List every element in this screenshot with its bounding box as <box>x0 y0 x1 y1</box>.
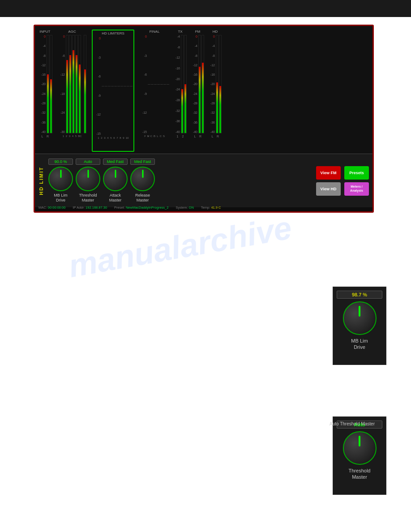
mac-value: 00:00:00:00 <box>48 206 66 210</box>
hd-scale: 0 -4 -8 -12 -16 -20 -24 -28 -32 -36 -40 <box>209 35 215 133</box>
view-hd-group: View HD <box>316 182 341 196</box>
agc-1 <box>66 35 68 133</box>
ip-value: 192.168.87.30 <box>86 206 107 210</box>
hd-L <box>216 35 218 133</box>
final-s <box>167 35 169 133</box>
status-bar: MAC: 00:00:00:00 IP Addr: 192.168.87.30 … <box>39 206 369 210</box>
mb-lim-drive-knob[interactable] <box>48 167 73 191</box>
agc-scale: 0 -6 -12 -18 -24 -30 <box>58 35 65 133</box>
hd-limiters-section: HD LIMITERS 0 -3 -6 -9 -12 -15 <box>92 30 134 152</box>
fm-meters <box>198 35 204 133</box>
tx-label: TX <box>178 30 182 34</box>
final-label: FINAL <box>150 30 160 34</box>
agc-4 <box>75 35 78 133</box>
final-section: FINAL 0 -3 -6 -9 -12 -15 <box>140 30 169 152</box>
attack-master-group: Med Fast AttackMaster <box>103 159 128 203</box>
hd2-meters <box>216 35 222 133</box>
temp-label: Temp: 41.9 C <box>201 206 221 210</box>
tx-1 <box>181 35 184 133</box>
meters-group: Meters / Analysis <box>344 182 369 196</box>
system-label: System: ON <box>176 206 193 210</box>
input-R <box>50 35 52 133</box>
controls-section: HD LIMIT 90.0 % MB LimDrive Auto Thresho… <box>35 154 372 207</box>
hdl-6 <box>117 37 120 135</box>
presets-button[interactable]: Presets <box>344 166 369 180</box>
release-master-knob[interactable] <box>130 167 155 191</box>
widget-mb-lim-knob[interactable] <box>343 301 377 335</box>
hdl-2 <box>105 37 107 135</box>
hd-limiters-scale: 0 -3 -6 -9 -12 -15 <box>94 37 101 135</box>
threshold-master-value: Auto <box>76 159 100 165</box>
attack-master-knob[interactable] <box>103 167 128 191</box>
hd-limiters-meters <box>102 37 133 135</box>
threshold-master-label: ThresholdMaster <box>79 193 97 203</box>
final-f <box>148 35 150 133</box>
widget-mb-lim-label: MB Lim Drive <box>351 338 368 351</box>
presets-group: Presets <box>344 166 369 180</box>
mb-lim-drive-value: 90.0 % <box>48 159 73 165</box>
final-m <box>151 35 154 133</box>
preset-label: Preset: NewMacDaddyInProgress_2 <box>114 206 168 210</box>
button-col-left: View FM View HD <box>316 166 341 196</box>
view-fm-button[interactable]: View FM <box>316 166 341 180</box>
meters-analysis-button[interactable]: Meters / Analysis <box>344 182 369 196</box>
input-L <box>47 35 49 133</box>
fm-R <box>201 35 204 133</box>
hdl-1 <box>102 37 104 135</box>
button-col-right: Presets Meters / Analysis <box>344 166 369 196</box>
final-cs <box>163 35 166 133</box>
hdl-10 <box>130 37 133 135</box>
release-master-group: Med Fast ReleaseMaster <box>130 159 155 203</box>
view-hd-button[interactable]: View HD <box>316 182 341 196</box>
auto-threshold-master-label: Auto Threshold Master <box>328 421 376 426</box>
input-scale: 0 -4 -8 -12 -16 -20 -24 -28 -32 -36 -40 <box>38 35 46 133</box>
input-meters <box>47 35 52 133</box>
widget-threshold: Auto Threshold Master <box>333 416 386 495</box>
ip-label: IP Addr: 192.168.87.30 <box>73 206 107 210</box>
widget-mb-lim: 98.7 % MB Lim Drive <box>333 287 386 365</box>
fm-label: FM <box>195 30 201 34</box>
final-bl <box>157 35 160 133</box>
mb-lim-drive-group: 90.0 % MB LimDrive <box>48 159 73 203</box>
hdl-5 <box>114 37 117 135</box>
widget-threshold-knob[interactable] <box>343 431 377 465</box>
agc-section: AGC 0 -6 -12 -18 -24 -30 <box>58 30 86 152</box>
hd-limit-label: HD LIMIT <box>39 167 44 195</box>
input-label: INPUT <box>40 30 51 34</box>
hdl-4 <box>111 37 114 135</box>
hdl-3 <box>108 37 111 135</box>
input-section: INPUT 0 -4 -8 -12 -16 -20 -24 -28 -32 -3… <box>38 30 52 152</box>
agc-2 <box>69 35 72 133</box>
system-value: ON <box>189 206 194 210</box>
meters-section: INPUT 0 -4 -8 -12 -16 -20 -24 -28 -32 -3… <box>35 26 372 154</box>
tx-section: TX -4 -8 -12 -16 -20 -24 -28 -32 -36 -40 <box>174 30 187 152</box>
final-ll <box>160 35 163 133</box>
agc-5 <box>78 35 81 133</box>
attack-master-value: Med Fast <box>103 159 128 165</box>
hd-section: HD 0 -4 -8 -12 -16 -20 -24 -28 -32 -36 -… <box>209 30 222 152</box>
widget-threshold-label: Threshold Master <box>349 468 371 481</box>
fm-section: FM 0 -4 -8 -12 -16 -20 -24 -28 -32 -36 -… <box>191 30 204 152</box>
watermark: manualarchive <box>66 209 295 284</box>
plugin-panel: INPUT 0 -4 -8 -12 -16 -20 -24 -28 -32 -3… <box>34 25 374 213</box>
hdl-8 <box>124 37 126 135</box>
attack-master-label: AttackMaster <box>109 193 122 203</box>
release-master-value: Med Fast <box>130 159 155 165</box>
final-scale: 0 -3 -6 -9 -12 -15 <box>140 35 147 133</box>
view-fm-group: View FM <box>316 166 341 180</box>
hdl-7 <box>120 37 123 135</box>
fm-scale: 0 -4 -8 -12 -16 -20 -24 -28 -32 -36 -40 <box>191 35 197 133</box>
agc-meters <box>66 35 86 133</box>
hd-limiters-label: HD LIMITERS <box>102 31 124 35</box>
final-c <box>154 35 157 133</box>
hd-R <box>219 35 222 133</box>
buttons-right: View FM View HD Presets Meters / Analysi… <box>316 166 369 196</box>
mb-lim-drive-label: MB LimDrive <box>54 193 68 203</box>
fm-L <box>198 35 201 133</box>
final-meters <box>148 35 169 133</box>
threshold-master-knob[interactable] <box>76 167 100 191</box>
agc-label: AGC <box>68 30 76 34</box>
release-master-label: ReleaseMaster <box>135 193 150 203</box>
agc-bc <box>84 35 86 133</box>
agc-3 <box>72 35 75 133</box>
